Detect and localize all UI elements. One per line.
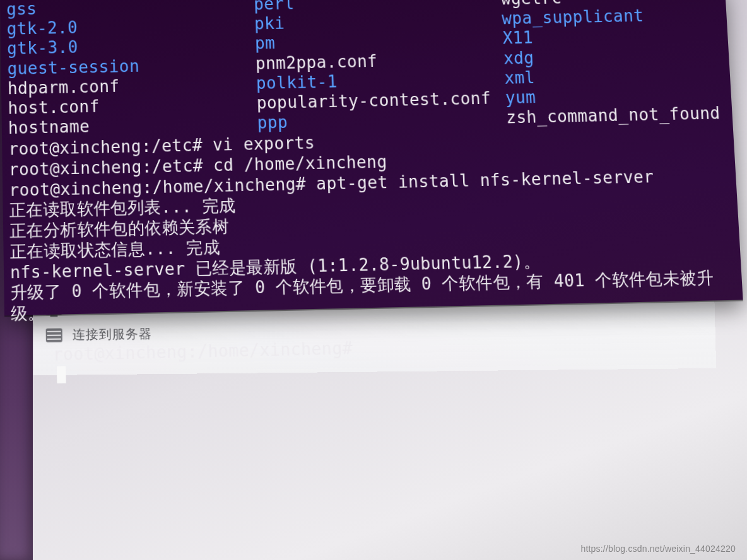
ls-column: perlpkipmpnm2ppa.confpolkit-1popularity-… (254, 0, 486, 133)
directory-entry: ppp (257, 108, 486, 133)
file-entry: zsh_command_not_found (506, 103, 721, 128)
ls-column: wgetrcwpa_supplicantX11xdgxmlyumzsh_comm… (500, 0, 721, 128)
file-entry: hostname (8, 114, 237, 138)
terminal-body: root@xincheng:/etc# vi exportsroot@xinch… (8, 125, 732, 325)
ls-output-columns: gssgtk-2.0gtk-3.0guest-sessionhdparm.con… (6, 0, 721, 139)
watermark-text: https://blog.csdn.net/weixin_44024220 (580, 544, 736, 554)
terminal-prompt-line[interactable]: root@xincheng:/home/xincheng# (11, 309, 736, 408)
shell-prompt: root@xincheng:/home/xincheng# (52, 338, 353, 364)
text-cursor (57, 366, 66, 383)
terminal-window[interactable]: gssgtk-2.0gtk-3.0guest-sessionhdparm.con… (0, 0, 743, 315)
ls-column: gssgtk-2.0gtk-3.0guest-sessionhdparm.con… (6, 0, 237, 139)
